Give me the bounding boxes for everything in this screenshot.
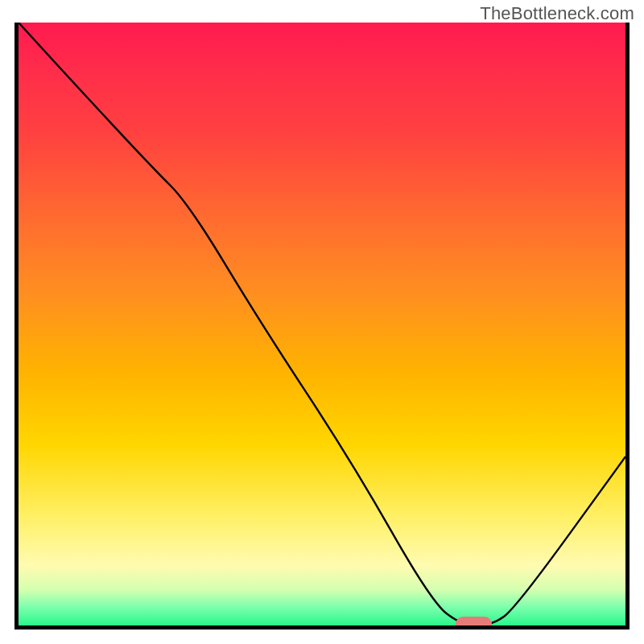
optimal-marker [456, 617, 492, 630]
chart-frame [14, 23, 630, 630]
bottleneck-curve [19, 23, 625, 625]
chart-container: TheBottleneck.com [0, 0, 644, 644]
watermark-text: TheBottleneck.com [480, 3, 634, 24]
curve-path [19, 23, 625, 625]
